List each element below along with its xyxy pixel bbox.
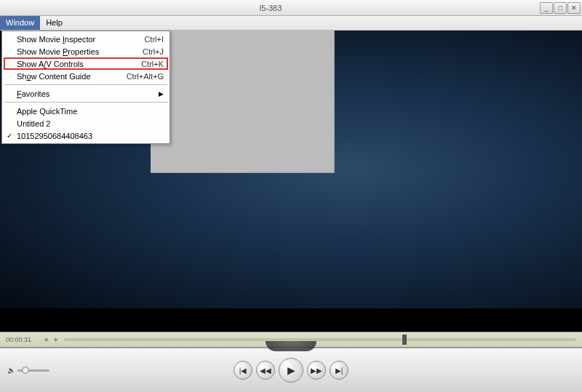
menu-recent-label: Apple QuickTime [17, 107, 164, 116]
menu-recent-2[interactable]: ✓10152950684408463 [4, 129, 168, 142]
volume-knob[interactable] [22, 367, 29, 374]
play-button[interactable]: ▶ [279, 358, 303, 383]
menu-item-2[interactable]: Show A/V ControlsCtrl+K [4, 57, 168, 70]
volume-track[interactable] [17, 369, 49, 372]
menu-recent-label: Untitled 2 [17, 119, 164, 128]
menu-help[interactable]: Help [40, 16, 68, 30]
skip-forward-button[interactable]: ▶| [330, 361, 348, 380]
titlebar: l5-383 _ □ ✕ [0, 0, 582, 16]
rewind-button[interactable]: ◀◀ [256, 361, 275, 380]
check-icon: ✓ [7, 132, 12, 140]
menu-item-label: Show A/V Controls [17, 60, 141, 68]
forward-button[interactable]: ▶▶ [307, 361, 326, 380]
menu-item-label: Show Movie Inspector [17, 35, 144, 44]
menu-item-0[interactable]: Show Movie InspectorCtrl+I [4, 33, 168, 45]
menu-item-shortcut: Ctrl+K [141, 60, 164, 68]
transport-bar: 🔈 |◀ ◀◀ ▶ ▶▶ ▶| [0, 348, 582, 392]
close-button[interactable]: ✕ [567, 2, 581, 14]
submenu-arrow-icon: ▶ [159, 90, 164, 97]
speaker-notch [266, 341, 316, 351]
menu-item-shortcut: Ctrl+J [143, 47, 164, 56]
minimize-button[interactable]: _ [540, 2, 553, 14]
menu-item-shortcut: Ctrl+Alt+G [127, 72, 164, 81]
menu-item-label: Show Movie Properties [17, 47, 143, 56]
current-time: 00:00:31 [6, 336, 38, 343]
letterbox-bar [0, 310, 582, 332]
menu-separator [4, 84, 167, 85]
maximize-button[interactable]: □ [554, 2, 567, 14]
menu-item-3[interactable]: Show Content GuideCtrl+Alt+G [4, 70, 168, 82]
progress-knob[interactable] [402, 335, 407, 345]
window-controls: _ □ ✕ [540, 2, 581, 14]
menu-recent-label: 10152950684408463 [17, 132, 164, 140]
progress-track[interactable] [64, 338, 576, 341]
menu-favorites[interactable]: Favorites ▶ [4, 87, 168, 100]
menu-item-shortcut: Ctrl+I [144, 35, 164, 44]
menu-item-1[interactable]: Show Movie PropertiesCtrl+J [4, 45, 168, 57]
window-menu-dropdown: Show Movie InspectorCtrl+IShow Movie Pro… [1, 31, 170, 144]
menubar: Window Help [0, 16, 582, 31]
skip-back-button[interactable]: |◀ [234, 361, 252, 380]
time-step-fwd-icon[interactable]: ▶ [53, 337, 60, 343]
volume-control: 🔈 [7, 367, 49, 374]
blank-panel [151, 31, 335, 173]
controls-region: 00:00:31 ◀ ▶ 🔈 |◀ ◀◀ ▶ ▶▶ ▶| [0, 310, 582, 392]
time-step-back-icon[interactable]: ◀ [42, 337, 49, 343]
menu-recent-0[interactable]: Apple QuickTime [4, 105, 168, 117]
transport-buttons: |◀ ◀◀ ▶ ▶▶ ▶| [234, 358, 348, 383]
menu-window[interactable]: Window [0, 16, 40, 30]
window-title: l5-383 [1, 4, 540, 12]
menu-recent-1[interactable]: Untitled 2 [4, 117, 168, 129]
menu-separator [4, 102, 167, 103]
menu-item-label: Show Content Guide [17, 72, 127, 81]
volume-icon: 🔈 [7, 367, 15, 374]
